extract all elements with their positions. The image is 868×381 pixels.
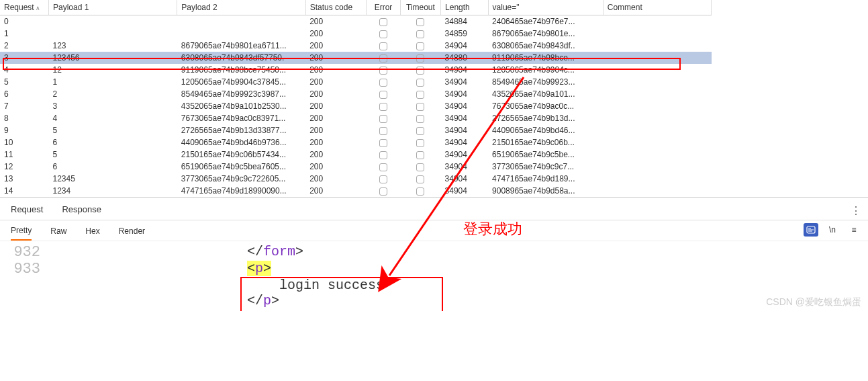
cell-payload2: 8549465ae74b99923c3987... [177, 88, 305, 100]
col-status[interactable]: Status code [305, 0, 367, 15]
checkbox-icon [379, 42, 387, 50]
cell-request: 14 [0, 185, 49, 197]
col-payload1[interactable]: Payload 1 [49, 0, 177, 15]
cell-status: 200 [305, 40, 367, 52]
cell-error [367, 136, 400, 149]
table-row[interactable]: 511205065ae74b9904c37845...2003490485494… [0, 76, 712, 88]
table-row[interactable]: 1152150165ae74b9c06b57434...200349046519… [0, 149, 712, 161]
table-row[interactable]: 847673065ae74b9ac0c83971...2003490427265… [0, 112, 712, 124]
checkbox-icon [416, 187, 424, 196]
more-menu-icon[interactable]: ⋮ [851, 204, 861, 217]
cell-payload1: 5 [49, 124, 177, 136]
checkbox-icon [379, 67, 387, 75]
table-row[interactable]: 21238679065ae74b9801ea6711...20034904630… [0, 40, 712, 52]
cell-payload1: 2 [49, 88, 177, 100]
table-row[interactable]: 1200348598679065ae74b9801e... [0, 28, 712, 40]
cell-value: 4747165ae74b9d189... [488, 173, 603, 185]
checkbox-icon [416, 115, 424, 123]
cell-request: 0 [0, 15, 49, 28]
cell-request: 1 [0, 28, 49, 40]
tab-raw[interactable]: Raw [50, 226, 66, 240]
cell-request: 12 [0, 161, 49, 173]
view-mode-icon[interactable] [804, 223, 818, 237]
col-request[interactable]: Request∧ [0, 0, 49, 15]
cell-timeout [400, 52, 440, 64]
checkbox-icon [416, 42, 424, 50]
cell-payload1: 4 [49, 112, 177, 124]
cell-status: 200 [305, 88, 367, 100]
cell-timeout [400, 15, 440, 28]
table-row[interactable]: 4129119065ae74b98bce75450...200349041205… [0, 64, 712, 76]
col-payload2[interactable]: Payload 2 [177, 0, 305, 15]
cell-value: 9119065ae74b98bce... [488, 52, 603, 64]
cell-payload1: 1 [49, 76, 177, 88]
cell-status: 200 [305, 124, 367, 136]
cell-length: 34904 [441, 40, 488, 52]
hamburger-icon[interactable]: ≡ [847, 223, 861, 237]
cell-value: 4352065ae74b9a101... [488, 88, 603, 100]
main-tabs: Request Response ⋮ [0, 198, 868, 220]
table-row[interactable]: 13123453773065ae74b9c9c722605...20034904… [0, 173, 712, 185]
col-value[interactable]: value=" [488, 0, 603, 15]
cell-comment [603, 173, 711, 185]
table-row[interactable]: 0200348842406465ae74b976e7... [0, 15, 712, 28]
table-row[interactable]: 1412344747165ae74b9d18990090...200349049… [0, 185, 712, 197]
cell-length: 34904 [441, 149, 488, 161]
col-comment[interactable]: Comment [603, 0, 711, 15]
table-row[interactable]: 628549465ae74b99923c3987...2003490443520… [0, 88, 712, 100]
checkbox-icon [416, 67, 424, 75]
cell-length: 34904 [441, 185, 488, 197]
tab-render[interactable]: Render [119, 226, 145, 240]
cell-comment [603, 88, 711, 100]
cell-timeout [400, 40, 440, 52]
col-length[interactable]: Length [441, 0, 488, 15]
cell-timeout [400, 28, 440, 40]
table-row[interactable]: 31234566308065ae74b9843df57750.200348809… [0, 52, 712, 64]
sub-tabs: Pretty Raw Hex Render \n ≡ [0, 220, 868, 241]
table-row[interactable]: 734352065ae74b9a101b2530...2003490476730… [0, 100, 712, 112]
cell-payload1: 3 [49, 100, 177, 112]
cell-timeout [400, 88, 440, 100]
lower-panel: Request Response ⋮ Pretty Raw Hex Render… [0, 198, 868, 311]
checkbox-icon [379, 79, 387, 87]
table-row[interactable]: 952726565ae74b9b13d33877...2003490444090… [0, 124, 712, 136]
cell-comment [603, 149, 711, 161]
tab-pretty[interactable]: Pretty [11, 226, 32, 241]
header-row: Request∧ Payload 1 Payload 2 Status code… [0, 0, 712, 15]
cell-error [367, 28, 400, 40]
checkbox-icon [379, 115, 387, 123]
checkbox-icon [416, 175, 424, 183]
view-controls: \n ≡ [804, 223, 861, 237]
table-row[interactable]: 1064409065ae74b9bd46b9736...200349042150… [0, 136, 712, 149]
cell-value: 1205065ae74b9904c... [488, 64, 603, 76]
cell-request: 4 [0, 64, 49, 76]
cell-timeout [400, 76, 440, 88]
cell-error [367, 112, 400, 124]
cell-comment [603, 40, 711, 52]
cell-payload2: 3773065ae74b9c9c722605... [177, 173, 305, 185]
checkbox-icon [416, 163, 424, 171]
tab-hex[interactable]: Hex [85, 226, 99, 240]
watermark: CSDN @爱吃银鱼焗蛋 [766, 296, 861, 308]
cell-timeout [400, 100, 440, 112]
code-line-content: login success [0, 278, 868, 293]
code-content: <p> [247, 261, 271, 276]
col-timeout[interactable]: Timeout [400, 0, 440, 15]
col-request-label: Request [4, 3, 34, 12]
col-error[interactable]: Error [367, 0, 400, 15]
newline-toggle[interactable]: \n [825, 223, 840, 237]
response-code-view[interactable]: 932 </form> 933 <p> login success </p> [0, 241, 868, 311]
cell-payload1: 6 [49, 136, 177, 149]
cell-error [367, 100, 400, 112]
table-row[interactable]: 1266519065ae74b9c5bea7605...200349043773… [0, 161, 712, 173]
tab-response[interactable]: Response [62, 204, 101, 220]
cell-status: 200 [305, 185, 367, 197]
checkbox-icon [416, 139, 424, 147]
cell-request: 8 [0, 112, 49, 124]
cell-request: 7 [0, 100, 49, 112]
cell-comment [603, 185, 711, 197]
sort-asc-icon: ∧ [36, 5, 40, 11]
tab-request[interactable]: Request [11, 204, 43, 220]
cell-length: 34904 [441, 100, 488, 112]
cell-timeout [400, 136, 440, 149]
